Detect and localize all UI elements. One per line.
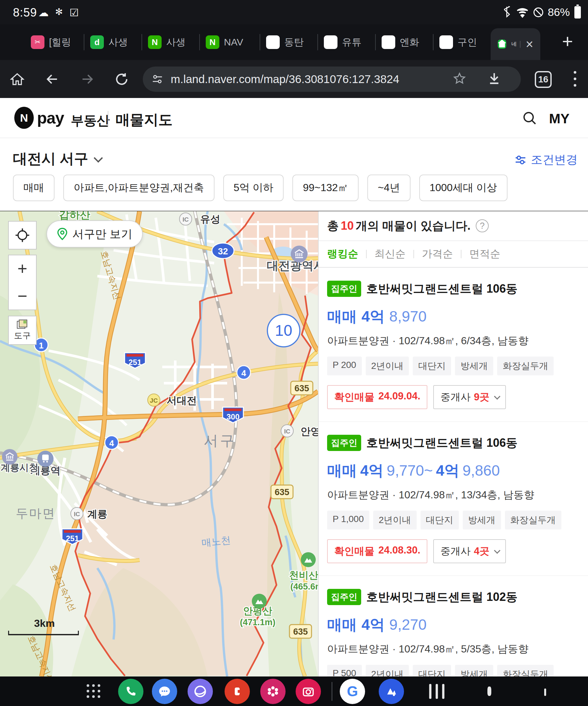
tag: 방세개 (455, 357, 493, 376)
route-shield-4: 4 (241, 368, 246, 378)
change-conditions-button[interactable]: 조건변경 (514, 152, 578, 168)
bookmark-star-icon[interactable] (453, 72, 466, 87)
google-app-icon[interactable]: G (340, 679, 365, 704)
back-button[interactable] (41, 60, 64, 98)
site-settings-icon[interactable] (152, 74, 163, 85)
tab-google-3[interactable]: G 엔화 (378, 24, 423, 60)
listing-tags: P 1,000 2년이내 대단지 방세개 화장실두개 (327, 511, 580, 530)
chip-trade-type[interactable]: 매매 (13, 174, 54, 201)
tag: 화장실두개 (497, 665, 554, 676)
location-pin-icon (57, 228, 68, 240)
listing-card[interactable]: 집주인 호반써밋그랜드센트럴 106동 매매 4억 9,770~ 4억 9,86… (319, 422, 588, 576)
chip-area[interactable]: 99~132㎡ (292, 174, 359, 201)
browser-tab-strip: ✂ [힐링 d 사생 N 사생 N NAV G 동탄 G 유튜 G 엔화 G 구… (0, 24, 588, 60)
tab-switcher-button[interactable]: 16 (535, 71, 552, 88)
new-tab-button[interactable]: + (562, 30, 573, 52)
browser-toolbar: m.land.naver.com/map/36.3081076:127.3824… (0, 60, 588, 98)
messages-app-icon[interactable] (152, 679, 177, 704)
status-bar: 8:59 ☁ ✻ ☑ 86% (0, 0, 588, 24)
zoom-in-button[interactable]: + (8, 255, 37, 283)
listing-info: 아파트분양권 · 102/74.98㎡, 6/34층, 남동향 (327, 334, 580, 348)
map-tools-button[interactable]: 도구 (8, 316, 37, 345)
tab-daum[interactable]: d 사생 (87, 24, 131, 60)
route-shield-1: 1 (39, 341, 43, 350)
browser-menu-icon[interactable] (574, 71, 576, 74)
home-button-nav[interactable] (487, 689, 491, 694)
listing-info: 아파트분양권 · 102/74.98㎡, 5/35층, 남동향 (327, 642, 580, 656)
map-label-seogu: 서구 (204, 432, 236, 448)
clock: 8:59 (13, 6, 37, 19)
home-button[interactable] (6, 60, 29, 98)
tab-naver-land-active[interactable]: 네 × (491, 28, 540, 60)
naver-logo-icon[interactable]: N (14, 107, 34, 129)
url-text[interactable]: m.land.naver.com/map/36.3081076:127.3824 (171, 73, 399, 86)
chip-age[interactable]: ~4년 (367, 174, 410, 201)
agents-dropdown-button[interactable]: 중개사 4곳 (433, 539, 506, 563)
naver-land-app-icon[interactable] (379, 679, 404, 704)
chip-price[interactable]: 5억 이하 (223, 174, 284, 201)
listing-cluster-marker[interactable]: 10 (267, 314, 300, 347)
tag: 대단지 (421, 511, 459, 530)
region-selector[interactable]: 대전시 서구 (13, 149, 101, 168)
refresh-button[interactable] (110, 60, 133, 98)
sort-separator (461, 250, 462, 258)
app-drawer-icon[interactable] (87, 684, 101, 699)
sort-separator (414, 250, 414, 258)
listing-price: 매매 4억 8,970 (327, 307, 580, 327)
sort-area[interactable]: 면적순 (469, 247, 500, 261)
confirmed-listing-button[interactable]: 확인매물24.08.30. (327, 539, 427, 563)
recents-button[interactable] (429, 684, 444, 699)
tab-naver-2[interactable]: N NAV (202, 24, 246, 60)
tab-favicon: N (148, 35, 162, 49)
page-title: 매물지도 (116, 110, 173, 129)
tab-google-2[interactable]: G 유튜 (321, 24, 365, 60)
owner-badge: 집주인 (327, 435, 361, 451)
agents-dropdown-button[interactable]: 중개사 9곳 (433, 385, 506, 409)
route-shield-4: 4 (109, 438, 114, 448)
map-canvas[interactable]: 갑하산 (468.7m) 유성 대전광역시 서대전 안영 계룡 계룡역 계룡시청… (0, 211, 318, 676)
search-icon[interactable] (522, 110, 537, 127)
listing-price: 매매 4억 9,270 (327, 615, 580, 635)
download-icon[interactable] (487, 71, 501, 87)
help-icon[interactable]: ? (476, 219, 489, 232)
samsung-internet-app-icon[interactable] (188, 679, 213, 704)
listing-card[interactable]: 집주인 호반써밋그랜드센트럴 106동 매매 4억 8,970 아파트분양권 ·… (319, 268, 588, 422)
naver-pay-logo[interactable]: pay (37, 109, 64, 127)
region-label[interactable]: 대전시 서구 (13, 149, 88, 168)
chevron-down-icon (494, 547, 500, 554)
listing-card[interactable]: 집주인 호반써밋그랜드센트럴 102동 매매 4억 9,270 아파트분양권 ·… (319, 576, 588, 676)
tab-close-icon[interactable]: × (526, 38, 533, 51)
real-estate-section-label[interactable]: 부동산 (71, 112, 110, 129)
tab-google-1[interactable]: G 동탄 (263, 24, 307, 60)
zoom-out-button[interactable]: − (8, 282, 37, 310)
sort-price[interactable]: 가격순 (422, 247, 453, 261)
sort-ranking[interactable]: 랭킹순 (327, 247, 358, 261)
tab-google-4[interactable]: G 구인 (436, 24, 480, 60)
result-count: 10 (341, 219, 354, 232)
gallery-flower-app-icon[interactable] (260, 679, 285, 704)
tab-naver-1[interactable]: N 사생 (145, 24, 189, 60)
map-label-ic-yuseong: 유성 (200, 213, 220, 225)
chevron-down-icon (494, 393, 500, 400)
tab-healing[interactable]: ✂ [힐링 (28, 24, 74, 60)
confirmed-listing-button[interactable]: 확인매물24.09.04. (327, 385, 427, 409)
red-app-icon[interactable] (225, 679, 250, 704)
camera-app-icon[interactable] (296, 679, 321, 704)
tab-separator (260, 34, 260, 50)
forward-button[interactable] (76, 60, 99, 98)
chip-property-type[interactable]: 아파트,아파트분양권,재건축 (63, 174, 214, 201)
map[interactable]: 갑하산 (468.7m) 유성 대전광역시 서대전 안영 계룡 계룡역 계룡시청… (0, 211, 318, 676)
phone-app-icon[interactable] (118, 679, 144, 704)
my-location-button[interactable] (8, 221, 37, 249)
back-button-nav[interactable] (544, 689, 546, 694)
url-bar[interactable]: m.land.naver.com/map/36.3081076:127.3824 (143, 67, 521, 92)
ic-badge: IC (74, 511, 80, 517)
chip-households[interactable]: 1000세대 이상 (419, 174, 508, 201)
my-menu-button[interactable]: MY (549, 111, 570, 126)
map-label-daejeon-city: 대전광역시 (267, 259, 318, 272)
tag: 화장실두개 (505, 511, 561, 530)
filter-chips: 매매 아파트,아파트분양권,재건축 5억 이하 99~132㎡ ~4년 1000… (13, 174, 508, 201)
sort-newest[interactable]: 최신순 (375, 247, 406, 261)
naver-land-home-favicon (498, 40, 506, 49)
view-district-only-button[interactable]: 서구만 보기 (46, 220, 143, 247)
